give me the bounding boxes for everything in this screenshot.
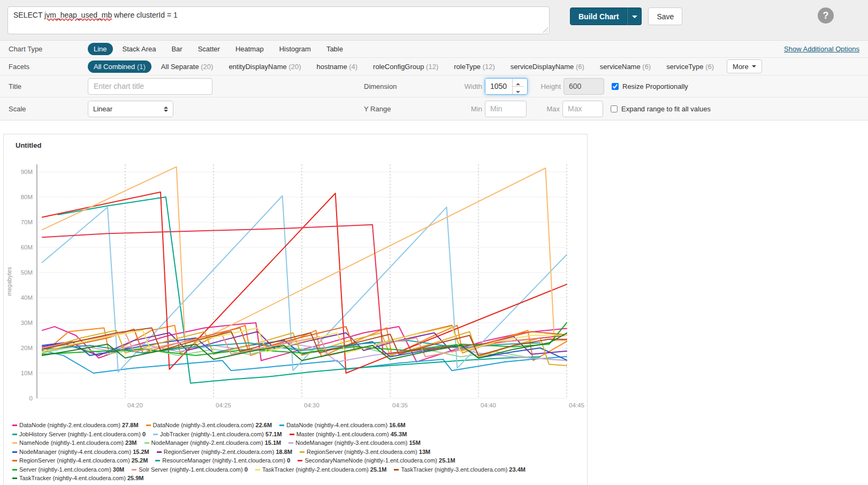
legend-series-name: RegionServer (nightly-2.ent.cloudera.com… (164, 449, 275, 455)
facet-count: (6) (705, 63, 714, 71)
legend-item: Master (nightly-1.ent.cloudera.com) 45.3… (290, 430, 407, 439)
legend-item: NodeManager (nightly-2.ent.cloudera.com)… (144, 439, 281, 448)
legend-series-value: 25.1M (439, 457, 455, 464)
legend-series-name: SecondaryNameNode (nightly-1.ent.clouder… (304, 457, 437, 464)
chart-type-pill-scatter[interactable]: Scatter (192, 43, 226, 55)
x-tick-label: 04:25 (216, 402, 231, 408)
chart-type-pill-table[interactable]: Table (321, 43, 349, 55)
expand-range-checkbox[interactable] (611, 105, 618, 112)
legend-swatch-icon (255, 469, 260, 471)
query-input[interactable]: SELECT jvm_heap_used_mb where clusterId … (7, 6, 550, 34)
width-input[interactable] (485, 79, 512, 94)
chart-type-pill-heatmap[interactable]: Heatmap (230, 43, 270, 55)
y-min-input[interactable] (485, 101, 527, 117)
line-chart: 010M20M30M40M50M60M70M80M90M04:2004:2504… (4, 149, 584, 417)
legend-swatch-icon (298, 460, 302, 461)
width-stepper[interactable] (512, 79, 524, 94)
legend-item: Solr Server (nightly-1.ent.cloudera.com)… (132, 466, 248, 474)
facet-pill-entitydisplayname[interactable]: entityDisplayName (20) (223, 60, 307, 73)
height-input (564, 78, 604, 95)
height-label: Height (528, 82, 561, 90)
facet-pill-servicename[interactable]: serviceName (6) (594, 60, 657, 73)
resize-proportionally-label[interactable]: Resize Proportionally (622, 82, 688, 90)
legend-item: DataNode (nightly-3.ent.cloudera.com) 22… (146, 421, 272, 430)
legend-series-value: 15.1M (265, 439, 281, 446)
title-label: Title (9, 82, 88, 90)
legend-series-value: 0 (142, 431, 146, 437)
facet-pill-roletype[interactable]: roleType (12) (448, 60, 501, 73)
y-tick-label: 10M (21, 370, 33, 376)
facet-pill-servicetype[interactable]: serviceType (6) (660, 60, 720, 73)
min-label: Min (456, 105, 482, 113)
expand-range-label[interactable]: Expand range to fit all values (621, 105, 711, 113)
legend-item: RegionServer (nightly-2.ent.cloudera.com… (157, 448, 292, 457)
chart-type-pill-histogram[interactable]: Histogram (273, 43, 317, 55)
facet-pills: All Combined (1)All Separate (20)entityD… (88, 63, 724, 71)
chart-line (42, 167, 567, 348)
facet-pill-all-combined[interactable]: All Combined (1) (88, 60, 151, 73)
legend-series-name: JobHistory Server (nightly-1.ent.clouder… (19, 431, 141, 437)
facet-pill-servicedisplayname[interactable]: serviceDisplayName (6) (505, 60, 590, 73)
y-tick-label: 90M (21, 169, 33, 175)
max-label: Max (527, 105, 560, 113)
legend-series-value: 0 (245, 466, 248, 473)
legend-row: RegionServer (nightly-4.ent.cloudera.com… (12, 456, 587, 465)
build-chart-dropdown-caret-icon[interactable] (627, 7, 642, 25)
legend-series-value: 57.1M (265, 431, 282, 437)
x-tick-label: 04:30 (304, 402, 319, 408)
facet-count: (6) (576, 63, 584, 71)
legend-series-name: Solr Server (nightly-1.ent.cloudera.com) (139, 466, 242, 473)
legend-row: TaskTracker (nightly-4.ent.cloudera.com)… (12, 474, 587, 483)
legend-series-name: TaskTracker (nightly-3.ent.cloudera.com) (401, 466, 507, 473)
resize-proportionally-checkbox[interactable] (612, 83, 619, 90)
chart-options-section: Chart Type LineStack AreaBarScatterHeatm… (0, 41, 868, 120)
query-text-suffix: where clusterId = 1 (112, 11, 178, 19)
facet-pill-roleconfiggroup[interactable]: roleConfigGroup (12) (367, 60, 444, 73)
y-tick-label: 40M (21, 294, 33, 301)
legend-item: TaskTracker (nightly-4.ent.cloudera.com)… (12, 474, 144, 483)
legend-item: ResourceManager (nightly-1.ent.cloudera.… (155, 457, 290, 465)
stepper-up-icon[interactable] (513, 79, 524, 87)
legend-series-name: JobTracker (nightly-1.ent.cloudera.com) (160, 431, 264, 437)
legend-series-value: 23.4M (509, 466, 526, 473)
chart-type-pill-bar[interactable]: Bar (165, 43, 188, 55)
legend-series-value: 15M (409, 439, 420, 446)
facets-more-button[interactable]: More (727, 59, 762, 73)
legend-series-value: 25.2M (132, 457, 148, 464)
legend-row: DataNode (nightly-2.ent.cloudera.com) 27… (12, 421, 587, 430)
legend-series-name: NodeManager (nightly-4.ent.cloudera.com) (19, 449, 131, 455)
scale-row: Scale Linear Y Range Min Max Expand rang… (0, 97, 868, 120)
legend-item: NameNode (nightly-1.ent.cloudera.com) 23… (12, 439, 137, 448)
save-button[interactable]: Save (648, 7, 682, 25)
chart-panel: Untitled 010M20M30M40M50M60M70M80M90M04:… (3, 134, 588, 485)
facet-pill-all-separate[interactable]: All Separate (20) (155, 60, 219, 73)
chart-type-pill-stack-area[interactable]: Stack Area (117, 43, 162, 55)
legend-swatch-icon (146, 425, 151, 426)
build-chart-button[interactable]: Build Chart (570, 7, 627, 25)
help-icon[interactable]: ? (818, 7, 834, 24)
legend-series-value: 22.6M (256, 422, 272, 428)
resize-proportionally-option: Resize Proportionally (612, 82, 688, 90)
legend-series-value: 30M (113, 466, 124, 473)
y-tick-label: 30M (21, 320, 33, 326)
legend-swatch-icon (12, 442, 17, 444)
show-additional-options-link[interactable]: Show Additional Options (784, 45, 859, 53)
scale-select-value: Linear (93, 105, 112, 113)
legend-series-value: 45.3M (391, 431, 407, 437)
scale-select[interactable]: Linear (88, 101, 173, 117)
legend-swatch-icon (12, 451, 17, 453)
chart-type-pill-line[interactable]: Line (88, 43, 113, 55)
legend-series-name: RegionServer (nightly-4.ent.cloudera.com… (19, 457, 130, 464)
legend-swatch-icon (153, 434, 158, 435)
facets-row: Facets All Combined (1)All Separate (20)… (0, 57, 868, 75)
y-max-input[interactable] (562, 101, 603, 117)
legend-row: NodeManager (nightly-4.ent.cloudera.com)… (12, 448, 587, 457)
legend-swatch-icon (132, 469, 136, 471)
legend-item: Server (nightly-1.ent.cloudera.com) 30M (12, 466, 124, 474)
legend-swatch-icon (394, 469, 399, 471)
stepper-down-icon[interactable] (513, 87, 524, 94)
y-tick-label: 20M (21, 345, 33, 351)
scale-label: Scale (9, 105, 88, 113)
chart-title-input[interactable] (88, 78, 212, 95)
facet-pill-hostname[interactable]: hostname (4) (311, 60, 364, 73)
